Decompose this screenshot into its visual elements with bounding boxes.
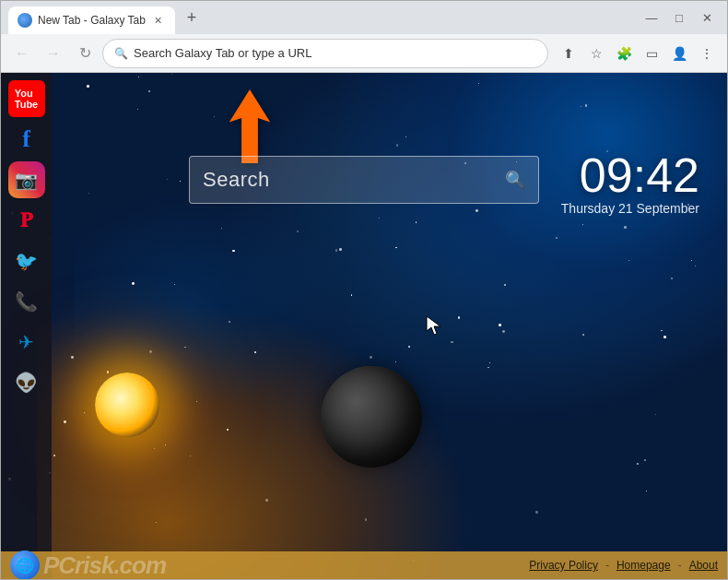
extensions-icon[interactable]: 🧩 [611,41,637,66]
svg-marker-0 [229,89,270,163]
whatsapp-icon: 📞 [15,290,38,313]
sidebar-item-twitter[interactable]: 🐦 [8,243,45,279]
footer-separator-2: - [678,559,682,572]
clock-time: 09:42 [561,151,699,199]
share-icon[interactable]: ⬆ [556,41,581,66]
profile-icon[interactable]: 👤 [666,41,692,66]
twitter-icon: 🐦 [15,250,38,272]
facebook-icon: f [22,125,30,153]
tab-strip: New Tab - Galaxy Tab ✕ + [8,1,633,34]
clock-date: Thursday 21 September [561,201,699,216]
bookmark-icon[interactable]: ☆ [583,41,609,66]
browser-content: YouTube f 📷 𝐏 🐦 📞 ✈ 👽 [1,73,727,579]
menu-icon[interactable]: ⋮ [694,41,720,66]
window-controls: — □ ✕ [639,5,720,30]
search-icon[interactable]: 🔍 [505,170,525,190]
reload-button[interactable]: ↻ [71,40,99,67]
browser-window: New Tab - Galaxy Tab ✕ + — □ ✕ ← → ↻ 🔍 S… [0,0,728,580]
sidebar-item-pinterest[interactable]: 𝐏 [8,202,45,239]
footer-separator-1: - [605,559,609,572]
reddit-icon: 👽 [15,372,38,394]
omnibox-text: Search Galaxy Tab or type a URL [134,46,536,60]
addressbar: ← → ↻ 🔍 Search Galaxy Tab or type a URL … [1,34,727,73]
pinterest-icon: 𝐏 [20,208,32,232]
new-tab-button[interactable]: + [179,5,205,30]
pcrisk-ball-icon: 🌐 [10,550,40,579]
sidebar-item-instagram[interactable]: 📷 [8,161,45,198]
sidebar: YouTube f 📷 𝐏 🐦 📞 ✈ 👽 [1,73,52,579]
active-tab[interactable]: New Tab - Galaxy Tab ✕ [8,6,175,34]
forward-button[interactable]: → [40,40,67,67]
orange-arrow-indicator [222,89,277,163]
close-button[interactable]: ✕ [694,5,720,30]
privacy-policy-link[interactable]: Privacy Policy [529,559,598,572]
footer-links: Privacy Policy - Homepage - About [529,559,718,572]
search-container: Search 🔍 [189,156,539,204]
titlebar: New Tab - Galaxy Tab ✕ + — □ ✕ [1,1,727,34]
about-link[interactable]: About [689,559,718,572]
clock-container: 09:42 Thursday 21 September [561,151,699,216]
pcrisk-logo: 🌐 PCrisk.com [10,550,166,579]
tab-favicon [18,13,32,28]
toolbar-icons: ⬆ ☆ 🧩 ▭ 👤 ⋮ [556,41,720,66]
sidebar-item-reddit[interactable]: 👽 [8,364,45,401]
pcrisk-brand-text: PCrisk.com [43,551,166,580]
back-button[interactable]: ← [8,40,36,67]
sidebar-item-facebook[interactable]: f [8,121,45,158]
lock-icon: 🔍 [114,47,128,60]
tab-title: New Tab - Galaxy Tab [38,14,146,27]
search-box[interactable]: Search 🔍 [189,156,539,204]
sidebar-toggle-icon[interactable]: ▭ [639,41,664,66]
omnibox[interactable]: 🔍 Search Galaxy Tab or type a URL [102,39,548,68]
planet [321,366,422,468]
youtube-label: YouTube [15,88,38,110]
search-placeholder: Search [203,168,498,192]
homepage-link[interactable]: Homepage [616,559,671,572]
minimize-button[interactable]: — [639,5,664,30]
footer-bar: 🌐 PCrisk.com Privacy Policy - Homepage -… [1,551,727,579]
maximize-button[interactable]: □ [666,5,692,30]
sidebar-item-telegram[interactable]: ✈ [8,324,45,361]
telegram-icon: ✈ [18,331,34,353]
sidebar-item-whatsapp[interactable]: 📞 [8,283,45,320]
instagram-icon: 📷 [15,169,38,191]
sidebar-item-youtube[interactable]: YouTube [8,80,45,117]
tab-close-button[interactable]: ✕ [151,13,166,28]
